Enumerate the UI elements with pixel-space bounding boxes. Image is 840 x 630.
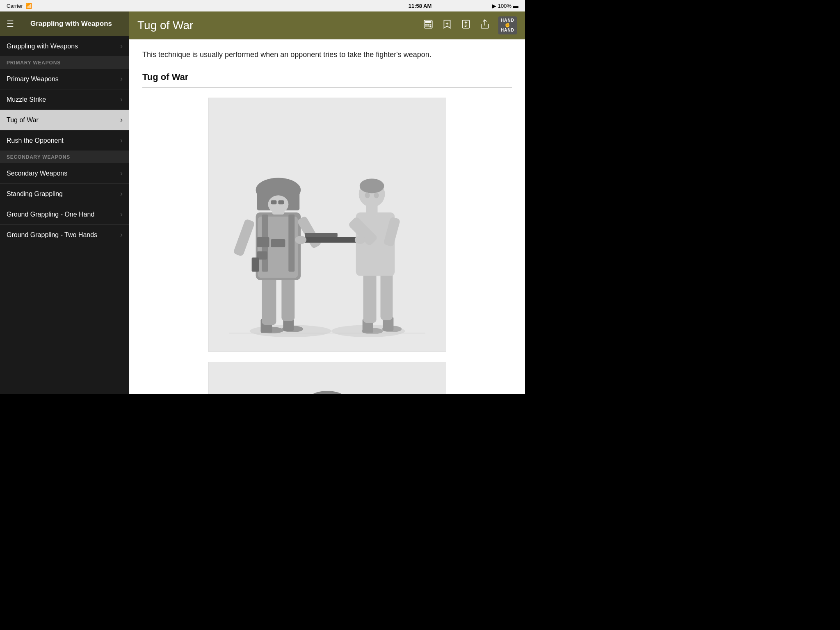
sidebar-item-label: Standing Grappling bbox=[7, 190, 63, 198]
sidebar-item-standing-grappling[interactable]: Standing Grappling › bbox=[0, 184, 129, 204]
svg-point-58 bbox=[295, 236, 306, 244]
sidebar: ☰ Grappling with Weapons Grappling with … bbox=[0, 11, 129, 394]
wifi-icon: 📶 bbox=[25, 3, 32, 9]
battery-icon: ▬ bbox=[513, 3, 518, 9]
sidebar-item-label: Secondary Weapons bbox=[7, 170, 67, 177]
sidebar-item-label: Primary Weapons bbox=[7, 75, 59, 83]
svg-rect-35 bbox=[299, 237, 364, 243]
svg-point-59 bbox=[354, 236, 365, 244]
sidebar-header: ☰ Grappling with Weapons bbox=[0, 11, 129, 36]
battery-label: 100% bbox=[498, 3, 511, 9]
svg-point-57 bbox=[374, 192, 379, 198]
second-illustration-container bbox=[142, 362, 512, 394]
sidebar-item-primary-weapons[interactable]: Primary Weapons › bbox=[0, 69, 129, 89]
svg-rect-4 bbox=[429, 24, 431, 25]
header-actions: HAND ✊ HAND bbox=[423, 16, 517, 34]
intro-text: This technique is usually performed when… bbox=[142, 49, 512, 60]
svg-rect-30 bbox=[271, 239, 285, 247]
chevron-right-icon: › bbox=[120, 210, 123, 219]
logo-badge: HAND ✊ HAND bbox=[498, 16, 517, 34]
sidebar-item-label: Rush the Opponent bbox=[7, 137, 64, 144]
svg-rect-3 bbox=[427, 24, 429, 25]
svg-point-55 bbox=[359, 178, 384, 193]
section-title: Tug of War bbox=[142, 72, 512, 82]
sidebar-item-label: Ground Grappling - One Hand bbox=[7, 211, 94, 218]
sidebar-item-label: Tug of War bbox=[7, 116, 39, 124]
hamburger-icon[interactable]: ☰ bbox=[7, 20, 14, 28]
time-label: 11:58 AM bbox=[409, 3, 432, 9]
svg-rect-23 bbox=[262, 274, 276, 325]
svg-point-56 bbox=[365, 192, 370, 198]
chevron-right-icon: › bbox=[120, 75, 123, 83]
status-bar: Carrier 📶 11:58 AM ▶ 100% ▬ bbox=[0, 0, 525, 11]
sidebar-item-rush-the-opponent[interactable]: Rush the Opponent › bbox=[0, 130, 129, 151]
chevron-right-icon: › bbox=[120, 136, 123, 145]
sidebar-item-ground-grappling-two-hands[interactable]: Ground Grappling - Two Hands › bbox=[0, 225, 129, 245]
sidebar-item-secondary-weapons[interactable]: Secondary Weapons › bbox=[0, 163, 129, 184]
sidebar-title: Grappling with Weapons bbox=[20, 20, 123, 28]
section-header-primary-weapons: PRIMARY WEAPONS bbox=[0, 57, 129, 69]
section-divider bbox=[142, 87, 512, 88]
sidebar-item-ground-grappling-one-hand[interactable]: Ground Grappling - One Hand › bbox=[0, 204, 129, 225]
chevron-right-icon: › bbox=[120, 95, 123, 104]
content-body: This technique is usually performed when… bbox=[129, 39, 525, 394]
svg-rect-61 bbox=[209, 362, 446, 394]
svg-rect-2 bbox=[425, 24, 427, 25]
calculator-icon[interactable] bbox=[423, 19, 434, 32]
section-header-secondary-weapons: SECONDARY WEAPONS bbox=[0, 151, 129, 163]
content-header: Tug of War bbox=[129, 11, 525, 39]
logo-line1: HAND bbox=[501, 18, 514, 23]
svg-rect-6 bbox=[427, 25, 429, 26]
svg-rect-36 bbox=[305, 233, 338, 237]
logo-fist-icon: ✊ bbox=[501, 23, 514, 28]
sidebar-item-muzzle-strike[interactable]: Muzzle Strike › bbox=[0, 89, 129, 110]
chevron-right-icon: › bbox=[120, 189, 123, 198]
svg-rect-42 bbox=[271, 200, 276, 204]
svg-rect-32 bbox=[251, 258, 259, 272]
bookmark-add-icon[interactable] bbox=[442, 19, 452, 32]
status-right: ▶ 100% ▬ bbox=[492, 3, 518, 9]
main-illustration-container bbox=[142, 98, 512, 352]
chevron-right-icon: › bbox=[120, 231, 123, 239]
chevron-right-icon: › bbox=[120, 116, 123, 124]
note-add-icon[interactable] bbox=[461, 19, 471, 32]
svg-rect-29 bbox=[257, 237, 269, 247]
signal-icon: ▶ bbox=[492, 3, 496, 9]
logo-line3: HAND bbox=[501, 28, 514, 33]
sidebar-item-label: Ground Grappling - Two Hands bbox=[7, 231, 97, 239]
svg-point-41 bbox=[268, 195, 288, 213]
svg-rect-7 bbox=[429, 25, 431, 27]
svg-rect-43 bbox=[278, 200, 284, 204]
status-left: Carrier 📶 bbox=[7, 3, 32, 9]
main-content: Tug of War bbox=[129, 11, 525, 394]
svg-rect-49 bbox=[380, 269, 393, 320]
app-container: ☰ Grappling with Weapons Grappling with … bbox=[0, 11, 525, 394]
sidebar-item-label: Muzzle Strike bbox=[7, 96, 46, 103]
chevron-right-icon: › bbox=[120, 169, 123, 178]
tug-of-war-second-illustration bbox=[208, 362, 446, 394]
content-header-title: Tug of War bbox=[137, 19, 193, 32]
chevron-right-icon: › bbox=[120, 42, 123, 50]
svg-rect-28 bbox=[288, 215, 294, 272]
sidebar-item-grappling-with-weapons[interactable]: Grappling with Weapons › bbox=[0, 36, 129, 57]
svg-rect-48 bbox=[363, 272, 376, 323]
tug-of-war-illustration bbox=[208, 98, 446, 352]
sidebar-item-tug-of-war[interactable]: Tug of War › bbox=[0, 110, 129, 130]
share-icon[interactable] bbox=[479, 19, 490, 32]
sidebar-item-label: Grappling with Weapons bbox=[7, 43, 78, 50]
carrier-label: Carrier bbox=[7, 3, 23, 9]
svg-rect-5 bbox=[425, 25, 427, 26]
svg-rect-1 bbox=[425, 21, 431, 23]
